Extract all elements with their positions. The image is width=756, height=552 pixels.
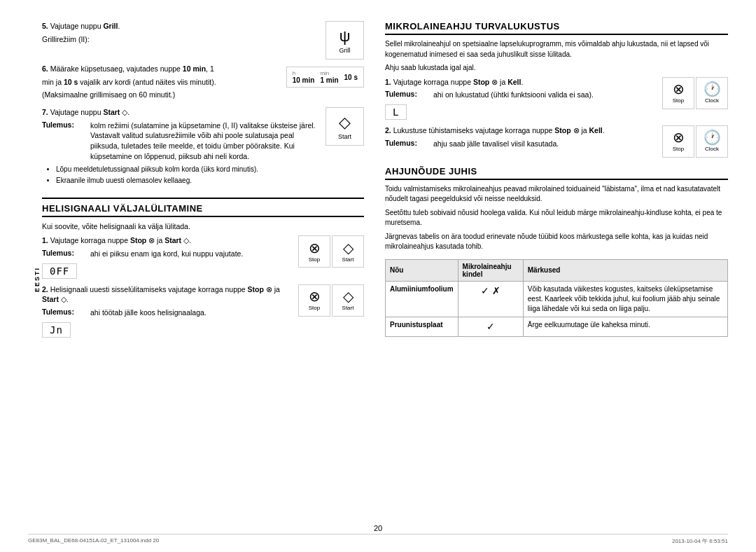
- footer-right: 2013-10-04 午 6:53:51: [672, 537, 728, 545]
- helisignaali-section: HELISIGNAALI VÄLJALÜLITAMINE Kui soovite…: [42, 198, 364, 339]
- table-cell-noud: Pruunistusplaat: [386, 317, 458, 337]
- start-icon-box-2[interactable]: ◇ Start: [332, 235, 364, 268]
- helisig-step2-main: 2. Helisignaali uuesti sisselülitamiseks…: [42, 284, 291, 305]
- start-label-3: Start: [342, 305, 354, 311]
- helisig-step1: 1. Vajutage korraga nuppe Stop ⊗ ja Star…: [42, 235, 364, 280]
- grill-icon-box: ψ Grill: [326, 21, 364, 60]
- turvalukustus-title: MIKROLAINEAHJU TURVALUKUSTUS: [385, 21, 728, 35]
- tulemus-7-content: kolm režiimi (sulatamine ja küpsetamine …: [90, 120, 318, 162]
- turva-step2-icons: ⊗ Stop 🕐 Clock: [662, 125, 728, 158]
- step-6-icons: h 10 min min 1 min 10 s: [286, 64, 364, 90]
- clock-label-2: Clock: [705, 146, 719, 152]
- turva-step2-text2: ja: [580, 126, 589, 134]
- turva-step2-suffix: .: [603, 126, 605, 134]
- turva-step1-sym: ⊗: [491, 78, 498, 86]
- helisig-step1-bold2: Start: [164, 236, 181, 244]
- step-6-sub: (Maksimaalne grillimisaeg on 60 minutit.…: [42, 90, 279, 100]
- step-7-suffix: .: [127, 108, 130, 116]
- step-7-bold: Start: [103, 108, 120, 116]
- helisig-step1-text2: ja: [155, 236, 164, 244]
- step-5-section: 5. Vajutage nuppu Grill. Grillirežiim (I…: [42, 21, 364, 60]
- turvalukustus-intro2: Ahju saab lukustada igal ajal.: [385, 63, 728, 74]
- turva-tulemus2-content: ahju saab jälle tavalisel viisil kasutad…: [433, 139, 655, 149]
- helisig-tulemus2-label: Tulemus:: [42, 308, 88, 316]
- footer: GE83M_BAL_DE68-04151A-02_ET_131004.indd …: [28, 534, 728, 545]
- stop-icon-box[interactable]: ⊗ Stop: [298, 235, 330, 268]
- step-5-num: 5.: [42, 22, 48, 30]
- stop-icon-right[interactable]: ⊗ Stop: [662, 77, 694, 109]
- grill-symbol: ψ: [340, 27, 351, 46]
- turva-step1-main: 1. Vajutage korraga nuppe Stop ⊗ ja Kell…: [385, 77, 655, 88]
- table-cell-markused: Võib kasutada väikestes kogustes, kaitse…: [523, 281, 727, 317]
- ahjunoude-title: AHJUNÕUDE JUHIS: [385, 166, 728, 180]
- table-cell-noud: Alumiiniumfoolium: [386, 281, 458, 317]
- bullet-7-1: Lõpu meeldetuletussignaal piiksub kolm k…: [56, 165, 318, 174]
- clock-icon-box-2[interactable]: 🕐 Clock: [696, 125, 728, 158]
- stop-symbol-right: ⊗: [673, 82, 685, 96]
- turva-step2-main: 2. Lukustuse tühistamiseks vajutage korr…: [385, 125, 655, 136]
- step-5-sub: Grillirežiim (II):: [42, 34, 318, 45]
- start-symbol-3: ◇: [343, 289, 354, 303]
- turva-step2-text: 2. Lukustuse tühistamiseks vajutage korr…: [385, 125, 655, 151]
- turva-step2-pre: Lukustuse tühistamiseks vajutage korraga…: [393, 126, 553, 134]
- turva-step2-sym1: ⊗: [573, 126, 580, 134]
- stop-clock-pair: ⊗ Stop 🕐 Clock: [662, 77, 728, 109]
- table-col-markused: Märkused: [523, 259, 727, 281]
- timer-min: min 1 min: [320, 70, 338, 84]
- turva-step1-suffix: .: [521, 78, 523, 86]
- stop-clock-pair-2: ⊗ Stop 🕐 Clock: [662, 125, 728, 158]
- ahjunoude-section: AHJUNÕUDE JUHIS Toidu valmistamiseks mik…: [385, 166, 728, 338]
- footer-left: GE83M_BAL_DE68-04151A-02_ET_131004.indd …: [28, 537, 159, 545]
- tulemus-7-label: Tulemus:: [42, 120, 88, 129]
- stop-icon-box-2[interactable]: ⊗ Stop: [298, 284, 330, 317]
- step-5-suffix: .: [118, 22, 120, 30]
- table-cell-kindel: ✓: [458, 317, 523, 337]
- step-6-text2: , 1: [206, 64, 214, 73]
- bullet-7-2: Ekraanile ilmub uuesti olemasolev kellaa…: [56, 176, 318, 186]
- helisig-step1-suffix: .: [189, 236, 191, 244]
- helisig-step1-sym1: ⊗: [148, 236, 155, 244]
- helisig-step2-sym1: ⊗: [266, 285, 272, 294]
- stop-label-2: Stop: [309, 305, 320, 311]
- helisig-step2-sym2: ◇: [61, 295, 66, 303]
- step-5-bold: Grill: [103, 22, 118, 30]
- start-icon-box: ◇ Start: [326, 107, 364, 146]
- right-column: MIKROLAINEAHJU TURVALUKUSTUS Sellel mikr…: [378, 21, 728, 538]
- ahjunoude-table: Nõu Mikrolaineahju kindel Märkused Alumi…: [385, 259, 728, 338]
- grill-label: Grill: [340, 47, 351, 54]
- helisig-step2-text: 2. Helisignaali uuesti sisselülitamiseks…: [42, 284, 291, 339]
- stop-symbol: ⊗: [309, 241, 321, 255]
- timer-h-val: 10 min: [293, 76, 315, 84]
- stop-symbol-right-2: ⊗: [673, 130, 685, 144]
- table-col-noud: Nõu: [386, 259, 458, 281]
- clock-icon-box[interactable]: 🕐 Clock: [696, 77, 728, 109]
- page: EESTI 5. Vajutage nuppu Grill. Grillirež…: [0, 0, 756, 552]
- ahjunoude-para2: Seetõttu tuleb sobivaid nõusid hoolega v…: [385, 208, 728, 228]
- helisig-step1-num: 1.: [42, 236, 48, 244]
- step-6-line2: min ja 10 s vajalik arv kordi (antud näi…: [42, 77, 279, 88]
- ahjunoude-para1: Toidu valmistamiseks mikrolaineahjus pea…: [385, 184, 728, 205]
- helisig-step1-main: 1. Vajutage korraga nuppe Stop ⊗ ja Star…: [42, 235, 291, 246]
- timer-h: h 10 min: [293, 70, 315, 84]
- helisig-step1-text: 1. Vajutage korraga nuppe Stop ⊗ ja Star…: [42, 235, 291, 280]
- turva-step1-pre: Vajutage korraga nuppe: [393, 78, 473, 86]
- ahjunoude-table-section: Nõu Mikrolaineahju kindel Märkused Alumi…: [385, 259, 728, 338]
- stop-icon-right-2[interactable]: ⊗ Stop: [662, 125, 694, 158]
- helisig-display2: Jn: [42, 322, 71, 338]
- turva-step1-text2: ja: [498, 78, 507, 86]
- helisig-step2-bold1: Stop: [248, 285, 264, 294]
- start-icon-box-3[interactable]: ◇ Start: [332, 284, 364, 317]
- timer-h-label: h: [293, 70, 315, 76]
- step-7-pre: Vajutage nuppu: [50, 108, 104, 116]
- clock-symbol-2: 🕐: [704, 130, 721, 144]
- turva-step2-bold2: Kell: [589, 126, 603, 134]
- timer-min-label: min: [320, 70, 338, 76]
- turva-tulemus1: Tulemus: ahi on lukustatud (ühtki funkts…: [385, 90, 655, 100]
- turva-step1: 1. Vajutage korraga nuppe Stop ⊗ ja Kell…: [385, 77, 728, 121]
- helisig-step2-pre: Helisignaali uuesti sisselülitamiseks va…: [50, 285, 248, 294]
- turva-step2-num: 2.: [385, 126, 391, 134]
- helisig-step1-pre: Vajutage korraga nuppe: [50, 236, 130, 244]
- helisig-tulemus1-label: Tulemus:: [42, 249, 88, 257]
- step-7-section: 7. Vajutage nuppu Start ◇. Tulemus: kolm…: [42, 107, 364, 187]
- clock-symbol: 🕐: [704, 82, 721, 96]
